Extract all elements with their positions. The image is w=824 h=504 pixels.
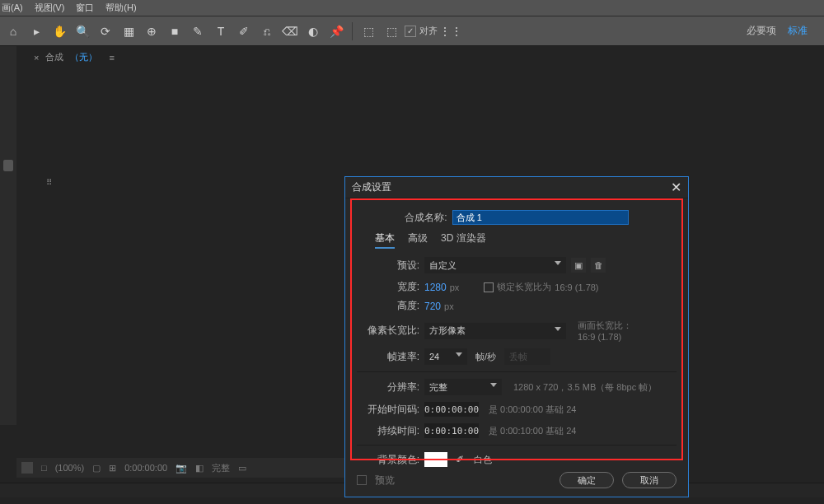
zoom-percent[interactable]: (100%) <box>55 463 84 473</box>
bgcolor-label: 背景颜色: <box>357 453 419 467</box>
menu-help[interactable]: 帮助(H) <box>105 2 136 14</box>
viewer-grid-icon[interactable]: ⊞ <box>109 463 116 474</box>
separator <box>357 445 677 446</box>
viewer-region-icon[interactable]: ▭ <box>238 463 246 474</box>
dropframe-value: 丢帧 <box>509 351 527 363</box>
shape-tool-icon[interactable]: ■ <box>165 21 185 41</box>
clone-tool-icon[interactable]: ⎌ <box>257 21 277 41</box>
duration-input[interactable]: 0:00:10:00 <box>424 423 479 438</box>
puppet-tool-icon[interactable]: 📌 <box>326 21 346 41</box>
close-icon[interactable]: ✕ <box>671 180 681 195</box>
home-icon[interactable]: ⌂ <box>3 21 23 41</box>
menu-view[interactable]: 视图(V) <box>35 2 65 14</box>
duration-label: 持续时间: <box>357 424 419 438</box>
pan-behind-tool-icon[interactable]: ⊕ <box>142 21 162 41</box>
viewer-timecode[interactable]: 0:00:00:00 <box>124 463 167 473</box>
camera-tool-icon[interactable]: ▦ <box>119 21 138 41</box>
panel-left-strip <box>0 46 16 425</box>
local-axis-icon[interactable]: ⬚ <box>358 21 378 41</box>
duration-info: 是 0:00:10:00 基础 24 <box>489 425 576 437</box>
toolbar: ⌂ ▸ ✋ 🔍 ⟳ ▦ ⊕ ■ ✎ T ✐ ⎌ ⌫ ◐ 📌 ⬚ ⬚ ✓ 对齐 ⋮… <box>0 16 824 46</box>
fps-unit: 帧/秒 <box>475 351 496 363</box>
ok-button[interactable]: 确定 <box>559 472 614 488</box>
width-value[interactable]: 1280 <box>424 282 447 293</box>
workspace-standard[interactable]: 标准 <box>788 24 808 38</box>
tab-basic[interactable]: 基本 <box>375 231 395 249</box>
panel-menu-icon[interactable]: ≡ <box>109 53 114 63</box>
chevron-down-icon <box>490 383 497 387</box>
selection-tool-icon[interactable]: ▸ <box>26 21 46 41</box>
preset-label: 预设: <box>357 259 419 273</box>
par-dropdown[interactable]: 方形像素 <box>424 323 566 339</box>
start-timecode-info: 是 0:00:00:00 基础 24 <box>489 404 576 416</box>
lock-aspect-checkbox[interactable] <box>484 282 494 292</box>
width-label: 宽度: <box>357 280 419 294</box>
resolution-value: 完整 <box>429 381 447 394</box>
dialog-tabs: 基本 高级 3D 渲染器 <box>375 231 677 249</box>
dropframe-dropdown: 丢帧 <box>504 348 550 365</box>
width-px: px <box>450 282 460 292</box>
transparency-grid-icon[interactable] <box>21 462 33 474</box>
preview-label: 预览 <box>375 474 395 488</box>
channel-icon[interactable]: □ <box>41 463 47 473</box>
height-value[interactable]: 720 <box>424 301 441 312</box>
tab-close-icon[interactable]: × <box>34 53 39 63</box>
viewer-toggle-icon[interactable]: ◧ <box>195 463 204 474</box>
comp-tab-bar: × 合成 （无） ≡ <box>34 51 115 63</box>
lock-aspect-label: 锁定长宽比为 <box>497 281 551 293</box>
cancel-button[interactable]: 取消 <box>622 472 677 488</box>
chevron-down-icon <box>555 327 561 331</box>
height-px: px <box>444 301 454 311</box>
preset-save-icon[interactable]: ▣ <box>571 258 586 273</box>
start-timecode-label: 开始时间码: <box>357 403 419 417</box>
rotate-tool-icon[interactable]: ⟳ <box>96 21 115 41</box>
type-tool-icon[interactable]: T <box>211 21 231 41</box>
dialog-titlebar[interactable]: 合成设置 ✕ <box>345 177 688 198</box>
fps-label: 帧速率: <box>357 350 419 364</box>
preset-dropdown[interactable]: 自定义 <box>424 257 566 273</box>
workspace-essentials[interactable]: 必要项 <box>747 24 776 38</box>
pen-tool-icon[interactable]: ✎ <box>188 21 208 41</box>
comp-tab-none: （无） <box>70 51 97 63</box>
zoom-tool-icon[interactable]: 🔍 <box>73 21 92 41</box>
frame-aspect-value: 16:9 (1.78) <box>578 332 632 342</box>
viewer-mask-icon[interactable]: ▢ <box>92 463 101 474</box>
resolution-label: 分辨率: <box>357 380 419 394</box>
start-timecode-input[interactable]: 0:00:00:00 <box>424 402 479 417</box>
chevron-down-icon <box>456 352 462 357</box>
snap-extra-icon: ⋮⋮ <box>441 21 461 41</box>
fps-dropdown[interactable]: 24 <box>424 348 467 365</box>
snap-label: 对齐 <box>419 25 438 37</box>
dialog-title: 合成设置 <box>352 180 391 194</box>
frame-aspect-label: 画面长宽比： <box>578 320 632 332</box>
menu-animation[interactable]: 画(A) <box>2 2 23 14</box>
comp-name-input[interactable] <box>452 210 629 225</box>
workspace: ⠿ × 合成 （无） ≡ □ (100%) ▢ ⊞ 0:00:00:00 📷 ◧… <box>0 46 824 491</box>
viewer-resolution[interactable]: 完整 <box>212 462 230 474</box>
bgcolor-swatch[interactable] <box>424 452 447 467</box>
height-label: 高度: <box>357 299 419 313</box>
composition-settings-dialog: 合成设置 ✕ 合成名称: 基本 高级 3D 渲染器 预设: 自定义 <box>344 176 689 497</box>
tab-3d-renderer[interactable]: 3D 渲染器 <box>441 231 486 249</box>
tab-advanced[interactable]: 高级 <box>408 231 428 249</box>
hand-tool-icon[interactable]: ✋ <box>49 21 69 41</box>
roto-tool-icon[interactable]: ◐ <box>303 21 323 41</box>
preset-delete-icon[interactable]: 🗑 <box>591 258 606 273</box>
resolution-dropdown[interactable]: 完整 <box>424 379 502 395</box>
par-label: 像素长宽比: <box>357 324 419 338</box>
comp-name-label: 合成名称: <box>405 211 447 225</box>
eyedropper-icon[interactable]: ✐ <box>454 454 466 465</box>
menu-window[interactable]: 窗口 <box>76 2 94 14</box>
comp-tab-label[interactable]: 合成 <box>45 51 63 63</box>
bgcolor-name: 白色 <box>474 454 492 466</box>
viewer-snapshot-icon[interactable]: 📷 <box>176 463 187 474</box>
world-axis-icon[interactable]: ⬚ <box>382 21 401 41</box>
brush-tool-icon[interactable]: ✐ <box>234 21 254 41</box>
chevron-down-icon <box>555 261 561 265</box>
snap-toggle[interactable]: ✓ 对齐 <box>405 25 438 37</box>
par-value: 方形像素 <box>429 324 466 337</box>
snap-checkbox-icon[interactable]: ✓ <box>405 26 416 37</box>
panel-resize-handle[interactable] <box>3 160 13 171</box>
toolbar-divider <box>352 22 353 40</box>
eraser-tool-icon[interactable]: ⌫ <box>280 21 300 41</box>
